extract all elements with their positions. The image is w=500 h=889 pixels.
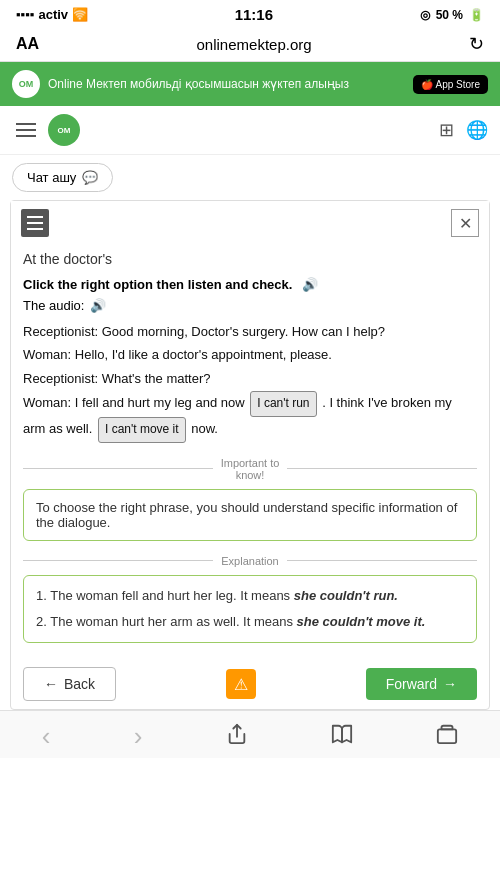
globe-icon[interactable]: 🌐 [466,119,488,141]
back-label: Back [64,676,95,692]
option-cant-move[interactable]: I can't move it [98,417,186,443]
nav-share-icon[interactable] [226,723,248,750]
nav-tabs-icon[interactable] [436,723,458,750]
battery-icon: 🔋 [469,8,484,22]
audio-speaker-icon[interactable]: 🔊 [90,298,106,313]
chat-open-button[interactable]: Чат ашу 💬 [12,163,113,192]
nav-right: ⊞ 🌐 [439,119,488,141]
content-area: ✕ At the doctor's Click the right option… [10,200,490,710]
chat-icon: 💬 [82,170,98,185]
browser-aa-button[interactable]: AA [16,35,39,53]
dialogue-line-3: Receptionist: What's the matter? [23,368,477,389]
browser-bar: AA onlinemektep.org ↻ [0,27,500,62]
green-banner: ОМ Online Мектеп мобильді қосымшасын жүк… [0,62,500,106]
audio-row: The audio: 🔊 [23,298,477,313]
hamburger-button[interactable] [12,119,40,141]
nav-left: ОМ [12,114,80,146]
nav-bookmark-icon[interactable] [331,723,353,750]
option-cant-run[interactable]: I can't run [250,391,316,417]
app-store-label: App Store [436,79,480,90]
dialogue-line-4: Woman: I fell and hurt my leg and now I … [23,391,477,443]
warning-badge: ⚠ [226,669,256,699]
signal-icon: ▪▪▪▪ [16,7,34,22]
important-label: Important toknow! [221,457,280,481]
main-content: At the doctor's Click the right option t… [11,245,489,655]
wifi-icon: 🛜 [72,7,88,22]
svg-rect-1 [438,730,456,744]
nav-forward-icon[interactable]: › [134,721,143,752]
nav-back-icon[interactable]: ‹ [42,721,51,752]
audio-label: The audio: [23,298,84,313]
dialogue-line-1: Receptionist: Good morning, Doctor's sur… [23,321,477,342]
status-left: ▪▪▪▪ activ 🛜 [16,7,88,22]
status-bar: ▪▪▪▪ activ 🛜 11:16 ◎ 50 % 🔋 [0,0,500,27]
browser-reload-button[interactable]: ↻ [469,33,484,55]
bottom-browser-nav: ‹ › [0,710,500,758]
grid-icon[interactable]: ⊞ [439,119,454,141]
warning-icon: ⚠ [234,675,248,694]
close-button[interactable]: ✕ [451,209,479,237]
status-right: ◎ 50 % 🔋 [420,8,484,22]
banner-left: ОМ Online Мектеп мобильді қосымшасын жүк… [12,70,349,98]
nav-bar: ОМ ⊞ 🌐 [0,106,500,155]
forward-arrow-icon: → [443,676,457,692]
bottom-buttons: ← Back ⚠ Forward → [11,655,489,709]
instruction-text: Click the right option then listen and c… [23,277,477,292]
app-store-button[interactable]: 🍎 App Store [413,75,488,94]
info-text: To choose the right phrase, you should u… [36,500,457,530]
carrier-label: activ [38,7,68,22]
location-icon: ◎ [420,8,430,22]
back-button[interactable]: ← Back [23,667,116,701]
page-title: At the doctor's [23,251,477,267]
forward-label: Forward [386,676,437,692]
nav-logo[interactable]: ОМ [48,114,80,146]
chat-label: Чат ашу [27,170,76,185]
dialogue-line-2: Woman: Hello, I'd like a doctor's appoin… [23,344,477,365]
explanation-line-1: 1. The woman fell and hurt her leg. It m… [36,586,464,606]
important-divider: Important toknow! [23,457,477,481]
explanation-box: 1. The woman fell and hurt her leg. It m… [23,575,477,643]
explanation-label: Explanation [221,555,279,567]
banner-logo: ОМ [12,70,40,98]
close-icon: ✕ [459,214,472,233]
instruction-speaker-icon[interactable]: 🔊 [302,277,318,292]
explanation-line-2: 2. The woman hurt her arm as well. It me… [36,612,464,632]
battery-label: 50 % [436,8,463,22]
chat-button-row: Чат ашу 💬 [0,155,500,200]
back-arrow-icon: ← [44,676,58,692]
dialogue-text: Receptionist: Good morning, Doctor's sur… [23,321,477,443]
status-time: 11:16 [235,6,273,23]
browser-url[interactable]: onlinemektep.org [197,36,312,53]
banner-text: Online Мектеп мобильді қосымшасын жүктеп… [48,77,349,91]
forward-button[interactable]: Forward → [366,668,477,700]
content-header: ✕ [11,201,489,245]
info-box: To choose the right phrase, you should u… [23,489,477,541]
apple-icon: 🍎 [421,79,433,90]
explanation-divider: Explanation [23,555,477,567]
menu-button[interactable] [21,209,49,237]
